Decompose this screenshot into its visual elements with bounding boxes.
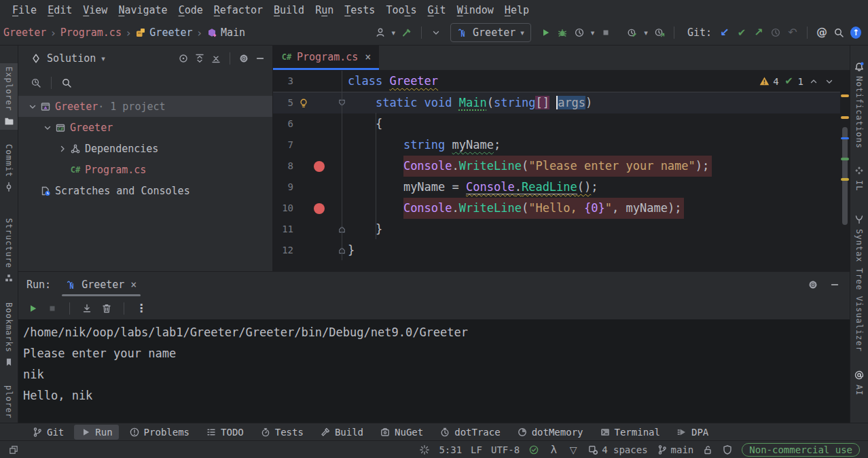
tree-row-program-cs[interactable]: C#Program.cs — [18, 159, 272, 180]
more-options-icon[interactable]: ⋮ — [136, 303, 147, 314]
restore-windows-icon[interactable] — [8, 444, 19, 455]
profile-edit-icon[interactable] — [627, 27, 638, 38]
menu-item-refactor[interactable]: Refactor — [209, 4, 268, 16]
run-console-output[interactable]: /home/nik/oop/labs/lab1/Greeter/Greeter/… — [18, 319, 850, 423]
nabla-toggle[interactable]: ▽ — [568, 444, 579, 455]
scroll-to-end-icon[interactable] — [82, 303, 92, 314]
clear-console-icon[interactable] — [101, 303, 112, 314]
git-update-button[interactable]: ↙ — [719, 27, 730, 38]
menu-item-run[interactable]: Run — [310, 4, 339, 16]
scrollbar-thumb[interactable] — [842, 127, 848, 225]
tree-row-greeter[interactable]: C#Greeter — [18, 117, 272, 138]
inspections-status[interactable] — [528, 444, 539, 455]
tool-window-button-run[interactable]: Run — [74, 425, 118, 440]
search-icon[interactable] — [61, 77, 72, 88]
debug-button[interactable] — [557, 27, 568, 38]
stripe-item-ai[interactable]: AI — [850, 366, 868, 399]
gutter[interactable] — [293, 198, 336, 219]
git-commit-button[interactable]: ✔ — [736, 27, 747, 38]
profiler-dropdown-icon[interactable]: ▾ — [591, 29, 595, 37]
hide-panel-icon[interactable] — [255, 53, 266, 64]
chevron-down-icon[interactable] — [26, 101, 39, 112]
gutter[interactable] — [293, 177, 336, 198]
tool-window-button-dotmemory[interactable]: dotMemory — [511, 425, 590, 440]
chevron-down-icon[interactable] — [41, 122, 54, 133]
file-lock[interactable] — [702, 444, 713, 455]
solution-panel-title[interactable]: Solution — [47, 52, 96, 65]
stripe-item-explorer[interactable]: Explorer — [0, 63, 18, 130]
editor-tab-program-cs[interactable]: C# Program.cs × — [273, 46, 379, 70]
tool-window-button-nuget[interactable]: NuGet — [374, 425, 429, 440]
menu-item-tests[interactable]: Tests — [339, 4, 380, 16]
run-button[interactable] — [540, 27, 551, 38]
file-encoding[interactable]: UTF-8 — [491, 444, 520, 455]
stripe-item-syntax-tree-visualizer[interactable]: Syntax Tree Visualizer — [850, 211, 868, 355]
rollback-icon[interactable]: ↶ — [787, 27, 798, 38]
breakpoint[interactable] — [314, 161, 325, 172]
license-badge[interactable]: Non-commercial use — [742, 443, 860, 457]
locate-icon[interactable] — [178, 53, 189, 64]
breadcrumb-item-greeter[interactable]: Greeter — [1, 27, 48, 39]
stripe-item-commit[interactable]: Commit — [0, 141, 18, 196]
chevron-down-icon[interactable] — [431, 27, 441, 38]
caret-position[interactable]: 5:31 — [439, 444, 462, 455]
expand-all-icon[interactable] — [194, 53, 205, 64]
hide-panel-icon[interactable] — [829, 279, 840, 290]
heap-allocations-toggle[interactable]: λ — [548, 444, 559, 455]
gutter[interactable] — [293, 135, 336, 156]
tool-window-button-dpa[interactable]: DPA — [670, 425, 715, 440]
gear-icon[interactable] — [238, 53, 249, 64]
menu-item-file[interactable]: File — [7, 4, 42, 16]
menu-item-edit[interactable]: Edit — [42, 4, 77, 16]
menu-item-window[interactable]: Window — [452, 4, 499, 16]
gutter[interactable] — [293, 92, 336, 113]
next-problem-icon[interactable] — [824, 76, 835, 87]
stripe-item-structure[interactable]: Structure — [0, 215, 18, 287]
profiler-button[interactable] — [574, 27, 585, 38]
collapse-all-icon[interactable] — [211, 53, 221, 64]
tree-row-greeter[interactable]: Greeter · 1 project — [18, 96, 272, 117]
breadcrumb-item-greeter[interactable]: Greeter — [133, 27, 194, 39]
user-dropdown-icon[interactable]: ▾ — [392, 29, 396, 37]
history-icon[interactable] — [770, 27, 781, 38]
security-shield[interactable] — [722, 444, 733, 455]
ai-assistant-icon[interactable]: @ — [816, 27, 827, 38]
line-separator[interactable]: LF — [471, 444, 482, 455]
stripe-item-il[interactable]: IL — [850, 162, 868, 194]
profile-attach-icon[interactable] — [654, 27, 665, 38]
menu-item-build[interactable]: Build — [268, 4, 310, 16]
close-icon[interactable]: × — [363, 51, 371, 63]
menu-item-code[interactable]: Code — [173, 4, 209, 16]
run-tab-greeter[interactable]: N Greeter × — [60, 272, 142, 297]
stop-button[interactable] — [47, 303, 58, 314]
inspection-widget[interactable]: 4 ✔ 1 — [759, 71, 835, 92]
stop-button[interactable] — [600, 27, 611, 38]
gear-icon[interactable] — [808, 279, 818, 290]
background-progress[interactable] — [419, 444, 430, 455]
rerun-button[interactable] — [27, 303, 38, 314]
error-stripe[interactable] — [840, 71, 850, 271]
indent-style[interactable]: 4 spaces — [587, 444, 647, 455]
tree-row-dependencies[interactable]: Dependencies — [18, 138, 272, 159]
menu-item-tools[interactable]: Tools — [380, 4, 422, 16]
menu-item-navigate[interactable]: Navigate — [113, 4, 173, 16]
tool-window-button-problems[interactable]: Problems — [123, 425, 196, 440]
gutter[interactable] — [293, 113, 336, 135]
git-push-button[interactable]: ↗ — [753, 27, 764, 38]
stripe-item-notifications[interactable]: Notifications — [850, 58, 868, 152]
prev-problem-icon[interactable] — [808, 76, 819, 87]
close-icon[interactable]: × — [129, 279, 137, 291]
solution-view-dropdown-icon[interactable]: ▾ — [101, 54, 105, 63]
code-area[interactable]: 3class Greeter5 static void Main(string[… — [273, 71, 850, 271]
menu-item-help[interactable]: Help — [499, 4, 535, 16]
tool-window-button-terminal[interactable]: Terminal — [594, 425, 666, 440]
gutter[interactable] — [293, 156, 336, 177]
select-opened-file-icon[interactable] — [31, 77, 41, 88]
stripe-item-bookmarks[interactable]: Bookmarks — [0, 299, 18, 371]
tool-window-button-git[interactable]: Git — [26, 425, 70, 440]
search-everywhere-icon[interactable] — [833, 27, 844, 38]
tree-row-scratches-and-consoles[interactable]: Scratches and Consoles — [18, 180, 272, 201]
run-configuration-selector[interactable]: N Greeter ▾ — [450, 23, 531, 42]
profile-dropdown-icon[interactable]: ▾ — [644, 29, 648, 37]
tool-window-button-build[interactable]: Build — [314, 425, 369, 440]
